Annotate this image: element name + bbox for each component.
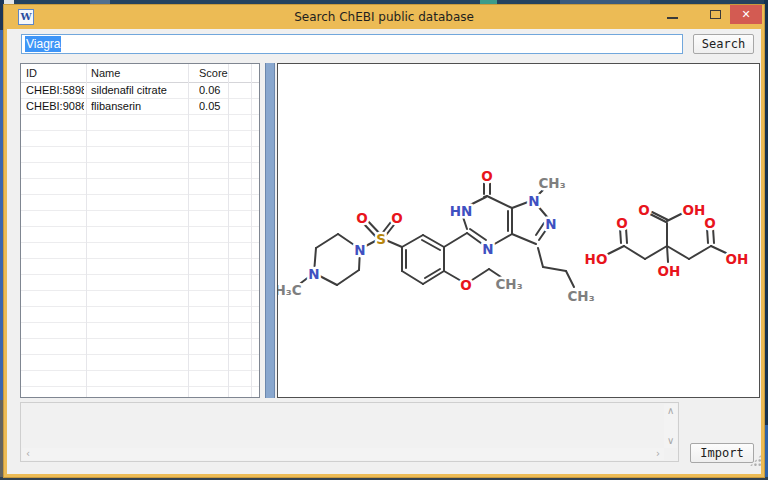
close-icon: ✕ bbox=[741, 8, 750, 21]
column-divider bbox=[188, 64, 189, 397]
table-row[interactable]: CHEBI:58987sildenafil citrate0.06 bbox=[21, 83, 259, 99]
bond bbox=[423, 235, 444, 247]
atom-label: O bbox=[460, 277, 471, 293]
column-header-score[interactable]: Score bbox=[199, 64, 228, 82]
bond bbox=[624, 246, 645, 259]
scroll-left-icon[interactable]: ‹ bbox=[26, 449, 30, 459]
bond bbox=[469, 269, 489, 282]
atom-label: N bbox=[545, 216, 556, 232]
bond bbox=[566, 271, 574, 287]
atom-label: S bbox=[376, 231, 386, 247]
column-divider bbox=[251, 64, 252, 397]
atom-label: O bbox=[391, 210, 402, 226]
table-cell: flibanserin bbox=[91, 99, 186, 114]
atom-label: O bbox=[356, 210, 367, 226]
atom-label: OH bbox=[658, 263, 681, 279]
bond bbox=[538, 248, 543, 267]
bond bbox=[606, 246, 624, 255]
table-row[interactable]: CHEBI:90865flibanserin0.05 bbox=[21, 99, 259, 115]
scroll-right-icon[interactable]: › bbox=[656, 449, 660, 459]
bond bbox=[689, 246, 711, 259]
atom-label: O bbox=[481, 168, 492, 184]
bond bbox=[470, 229, 486, 240]
atom-label: HN bbox=[450, 203, 473, 219]
bond bbox=[337, 270, 359, 285]
table-cell: CHEBI:58987 bbox=[26, 83, 84, 98]
scroll-down-icon[interactable]: ∨ bbox=[667, 436, 674, 446]
search-chebi-dialog: W Search ChEBI public database ✕ Viagra … bbox=[4, 5, 764, 477]
bond bbox=[316, 234, 338, 248]
bond bbox=[645, 246, 667, 259]
atom-label: CH₃ bbox=[538, 175, 565, 191]
bond bbox=[491, 234, 512, 246]
selected-text: Viagra bbox=[25, 36, 61, 52]
maximize-button[interactable] bbox=[704, 5, 726, 24]
bond bbox=[667, 213, 683, 221]
column-divider bbox=[86, 64, 87, 397]
table-header: ID Name Score bbox=[21, 64, 259, 83]
minimize-button[interactable] bbox=[662, 5, 684, 24]
panel-splitter[interactable] bbox=[265, 63, 275, 398]
column-header-id[interactable]: ID bbox=[26, 64, 37, 82]
table-cell: 0.05 bbox=[199, 99, 243, 114]
table-body: CHEBI:58987sildenafil citrate0.06CHEBI:9… bbox=[21, 83, 259, 398]
bond bbox=[422, 240, 440, 250]
atom-label: O bbox=[616, 215, 627, 231]
bond bbox=[487, 196, 512, 208]
notes-textarea[interactable]: ∧ ∨ ‹ › bbox=[20, 402, 679, 462]
dialog-title: Search ChEBI public database bbox=[4, 5, 764, 29]
column-divider bbox=[228, 64, 229, 397]
search-button[interactable]: Search bbox=[693, 34, 754, 54]
atom-label: OH bbox=[683, 202, 706, 218]
atom-label: CH₃ bbox=[567, 288, 594, 304]
atom-label: N bbox=[528, 193, 539, 209]
bond bbox=[402, 235, 423, 247]
bond bbox=[711, 246, 726, 253]
import-button[interactable]: Import bbox=[690, 443, 754, 463]
structure-viewer: OOSNNH₃COCH₃HNONNNCH₃CH₃HOOOHOOHOOH bbox=[277, 63, 760, 398]
bond bbox=[667, 246, 668, 262]
screen: W Search ChEBI public database ✕ Viagra … bbox=[0, 0, 768, 480]
atom-label: O bbox=[704, 215, 715, 231]
bond bbox=[444, 233, 467, 247]
atom-label: HO bbox=[585, 251, 608, 267]
atom-label: N bbox=[482, 241, 493, 257]
results-table[interactable]: ID Name Score CHEBI:58987sildenafil citr… bbox=[20, 63, 260, 398]
table-cell: sildenafil citrate bbox=[91, 83, 186, 98]
atom-label: OH bbox=[726, 251, 749, 267]
atom-label: CH₃ bbox=[495, 276, 522, 292]
molecule-drawing: OOSNNH₃COCH₃HNONNNCH₃CH₃HOOOHOOHOOH bbox=[278, 64, 759, 397]
bond bbox=[667, 246, 689, 259]
column-header-name[interactable]: Name bbox=[91, 64, 120, 82]
bond bbox=[512, 202, 528, 208]
vertical-scrollbar[interactable]: ∧ ∨ bbox=[664, 404, 677, 448]
bond bbox=[512, 234, 536, 244]
background-window-strip bbox=[764, 0, 768, 480]
atom-label: O bbox=[638, 202, 649, 218]
close-button[interactable]: ✕ bbox=[730, 5, 762, 24]
maximize-icon bbox=[710, 10, 721, 19]
scroll-up-icon[interactable]: ∧ bbox=[667, 406, 674, 416]
titlebar: W Search ChEBI public database ✕ bbox=[4, 5, 764, 29]
table-cell: 0.06 bbox=[199, 83, 243, 98]
table-cell: CHEBI:90865 bbox=[26, 99, 84, 114]
atom-label: H₃C bbox=[278, 282, 302, 298]
minimize-icon bbox=[667, 17, 678, 19]
atom-label: N bbox=[308, 266, 319, 282]
bond bbox=[425, 269, 440, 278]
horizontal-scrollbar[interactable]: ‹ › bbox=[22, 448, 664, 460]
bond bbox=[543, 267, 566, 271]
bond bbox=[402, 271, 423, 284]
atom-label: N bbox=[354, 242, 365, 258]
search-input[interactable]: Viagra bbox=[21, 34, 683, 54]
